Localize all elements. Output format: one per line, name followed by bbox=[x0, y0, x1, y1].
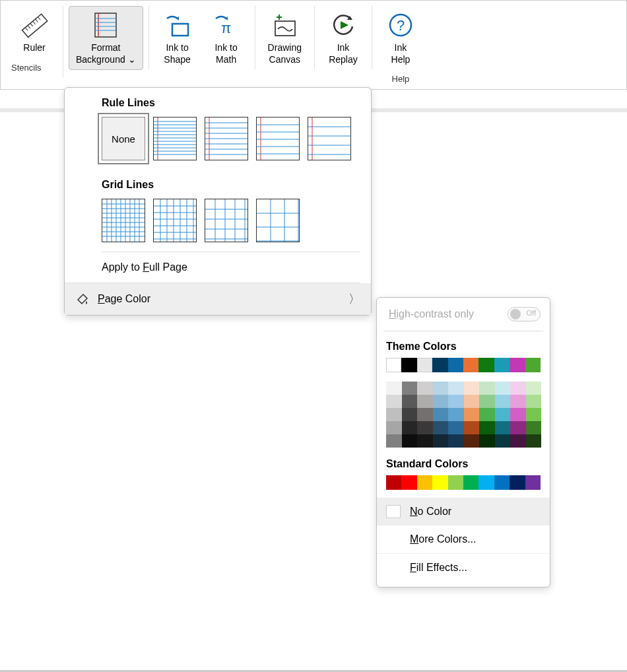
theme-tint-swatch[interactable] bbox=[510, 408, 526, 421]
grid-lines-medium[interactable] bbox=[153, 199, 197, 242]
theme-color-swatch[interactable] bbox=[510, 358, 525, 372]
theme-tint-swatch[interactable] bbox=[417, 382, 433, 395]
high-contrast-toggle[interactable]: Off bbox=[508, 307, 541, 321]
rule-lines-college[interactable] bbox=[205, 117, 248, 160]
theme-tint-swatch[interactable] bbox=[526, 382, 542, 395]
ink-to-shape-icon bbox=[162, 9, 193, 41]
theme-tint-swatch[interactable] bbox=[526, 408, 542, 421]
theme-tint-swatch[interactable] bbox=[433, 408, 449, 421]
rule-lines-none[interactable]: None bbox=[102, 117, 145, 160]
theme-tint-swatch[interactable] bbox=[417, 395, 433, 408]
no-color-label: No Color bbox=[410, 506, 451, 518]
theme-tint-swatch[interactable] bbox=[510, 395, 526, 408]
ruler-button[interactable]: Ruler bbox=[11, 6, 57, 59]
theme-tint-swatch[interactable] bbox=[417, 434, 433, 448]
standard-color-swatch[interactable] bbox=[386, 475, 401, 490]
theme-tint-swatch[interactable] bbox=[479, 382, 495, 395]
fill-effects-item[interactable]: Fill Effects... bbox=[377, 553, 550, 582]
standard-color-swatch[interactable] bbox=[494, 475, 510, 490]
theme-tint-swatch[interactable] bbox=[433, 421, 449, 434]
theme-color-swatch[interactable] bbox=[432, 358, 447, 372]
format-background-button[interactable]: Format Background ⌄ bbox=[69, 6, 143, 70]
grid-lines-xlarge[interactable] bbox=[256, 199, 300, 242]
rule-lines-wide[interactable] bbox=[308, 117, 351, 160]
theme-tint-swatch[interactable] bbox=[510, 434, 526, 448]
ink-help-label: Ink Help bbox=[391, 42, 411, 65]
grid-lines-heading: Grid Lines bbox=[65, 170, 371, 196]
theme-tint-swatch[interactable] bbox=[386, 421, 402, 434]
theme-color-swatch[interactable] bbox=[463, 358, 478, 372]
theme-color-swatch[interactable] bbox=[386, 358, 401, 372]
grid-lines-large[interactable] bbox=[205, 199, 248, 242]
standard-color-swatch[interactable] bbox=[448, 475, 463, 490]
theme-tint-swatch[interactable] bbox=[433, 434, 449, 448]
svg-rect-13 bbox=[172, 24, 188, 36]
theme-tint-swatch[interactable] bbox=[464, 434, 480, 448]
standard-color-swatch[interactable] bbox=[401, 475, 416, 490]
theme-tint-swatch[interactable] bbox=[448, 434, 464, 448]
theme-tint-swatch[interactable] bbox=[510, 382, 526, 395]
theme-tint-swatch[interactable] bbox=[417, 421, 433, 434]
apply-full-page-item[interactable]: Apply to Full Page bbox=[65, 252, 371, 283]
theme-tint-swatch[interactable] bbox=[479, 408, 495, 421]
theme-tint-swatch[interactable] bbox=[464, 408, 480, 421]
theme-tint-swatch[interactable] bbox=[464, 382, 480, 395]
page-color-item[interactable]: Page Color 〉 bbox=[65, 283, 371, 315]
standard-color-swatch[interactable] bbox=[432, 475, 447, 490]
theme-tint-swatch[interactable] bbox=[402, 382, 418, 395]
theme-color-swatch[interactable] bbox=[401, 358, 416, 372]
drawing-canvas-button[interactable]: Drawing Canvas bbox=[261, 6, 309, 70]
theme-tint-swatch[interactable] bbox=[495, 382, 511, 395]
theme-tint-swatch[interactable] bbox=[479, 421, 495, 434]
theme-tint-swatch[interactable] bbox=[417, 408, 433, 421]
theme-tint-swatch[interactable] bbox=[448, 382, 464, 395]
more-colors-item[interactable]: More Colors... bbox=[377, 525, 550, 553]
svg-text:π: π bbox=[221, 20, 231, 36]
theme-color-swatch[interactable] bbox=[417, 358, 432, 372]
theme-tint-swatch[interactable] bbox=[526, 395, 542, 408]
theme-tint-swatch[interactable] bbox=[526, 434, 542, 448]
theme-tint-swatch[interactable] bbox=[448, 395, 464, 408]
ink-help-button[interactable]: ? Ink Help bbox=[378, 6, 424, 70]
standard-color-swatch[interactable] bbox=[463, 475, 478, 490]
theme-tint-swatch[interactable] bbox=[402, 434, 418, 448]
ink-replay-button[interactable]: Ink Replay bbox=[320, 6, 366, 70]
theme-tint-swatch[interactable] bbox=[386, 395, 402, 408]
theme-color-swatch[interactable] bbox=[494, 358, 510, 372]
theme-tint-swatch[interactable] bbox=[495, 408, 511, 421]
ink-to-math-button[interactable]: π Ink to Math bbox=[203, 6, 249, 70]
theme-tint-swatch[interactable] bbox=[433, 382, 449, 395]
theme-color-swatch[interactable] bbox=[448, 358, 463, 372]
theme-tint-swatch[interactable] bbox=[402, 408, 418, 421]
standard-color-swatch[interactable] bbox=[525, 475, 541, 490]
theme-color-swatch[interactable] bbox=[525, 358, 541, 372]
theme-tint-swatch[interactable] bbox=[495, 421, 511, 434]
theme-tint-swatch[interactable] bbox=[386, 382, 402, 395]
no-color-item[interactable]: No Color bbox=[377, 498, 550, 525]
theme-tint-swatch[interactable] bbox=[479, 395, 495, 408]
theme-tint-swatch[interactable] bbox=[448, 421, 464, 434]
standard-color-swatch[interactable] bbox=[478, 475, 494, 490]
theme-tint-swatch[interactable] bbox=[464, 421, 480, 434]
grid-lines-small[interactable] bbox=[102, 199, 145, 242]
theme-tint-swatch[interactable] bbox=[433, 395, 449, 408]
ink-to-shape-button[interactable]: Ink to Shape bbox=[154, 6, 201, 70]
theme-colors-heading: Theme Colors bbox=[377, 334, 550, 358]
theme-tint-swatch[interactable] bbox=[402, 395, 418, 408]
theme-tint-swatch[interactable] bbox=[495, 395, 511, 408]
theme-tint-swatch[interactable] bbox=[510, 421, 526, 434]
theme-tint-swatch[interactable] bbox=[448, 408, 464, 421]
theme-tint-swatch[interactable] bbox=[386, 408, 402, 421]
standard-color-swatch[interactable] bbox=[417, 475, 432, 490]
theme-tint-swatch[interactable] bbox=[479, 434, 495, 448]
theme-tint-swatch[interactable] bbox=[386, 434, 402, 448]
theme-tint-swatch[interactable] bbox=[495, 434, 511, 448]
theme-tint-swatch[interactable] bbox=[526, 421, 542, 434]
theme-tint-swatch[interactable] bbox=[464, 395, 480, 408]
theme-tint-swatch[interactable] bbox=[402, 421, 418, 434]
theme-color-swatch[interactable] bbox=[478, 358, 494, 372]
ruled-page-icon bbox=[90, 9, 121, 41]
standard-color-swatch[interactable] bbox=[510, 475, 525, 490]
rule-lines-narrow[interactable] bbox=[153, 117, 197, 160]
rule-lines-standard[interactable] bbox=[256, 117, 300, 160]
